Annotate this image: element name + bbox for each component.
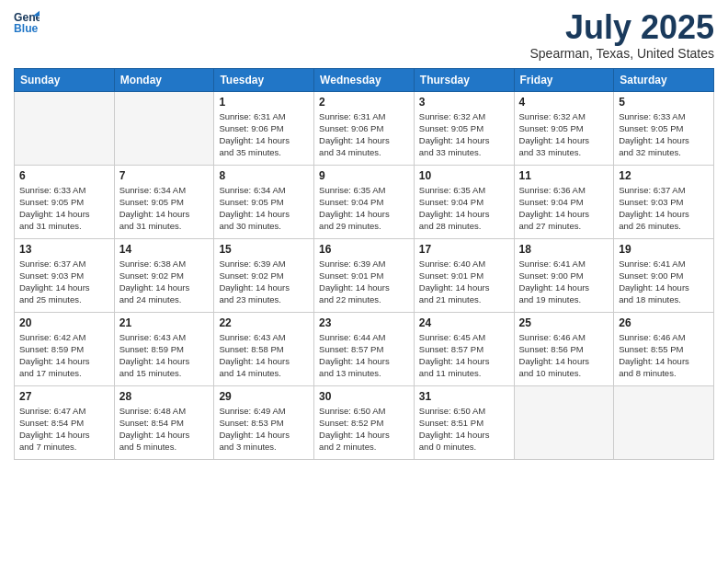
calendar-cell: 5Sunrise: 6:33 AM Sunset: 9:05 PM Daylig… xyxy=(614,91,714,165)
day-number: 5 xyxy=(619,96,709,109)
day-number: 25 xyxy=(519,316,609,329)
day-info: Sunrise: 6:41 AM Sunset: 9:00 PM Dayligh… xyxy=(619,258,709,306)
calendar-week-row: 27Sunrise: 6:47 AM Sunset: 8:54 PM Dayli… xyxy=(15,385,714,459)
weekday-header: Saturday xyxy=(614,68,714,91)
day-info: Sunrise: 6:32 AM Sunset: 9:05 PM Dayligh… xyxy=(519,110,609,159)
weekday-header: Sunday xyxy=(15,68,115,91)
calendar-cell: 8Sunrise: 6:34 AM Sunset: 9:05 PM Daylig… xyxy=(214,165,314,238)
day-info: Sunrise: 6:46 AM Sunset: 8:56 PM Dayligh… xyxy=(519,331,609,380)
calendar-cell: 13Sunrise: 6:37 AM Sunset: 9:03 PM Dayli… xyxy=(15,238,115,312)
day-info: Sunrise: 6:45 AM Sunset: 8:57 PM Dayligh… xyxy=(419,331,509,380)
day-info: Sunrise: 6:39 AM Sunset: 9:01 PM Dayligh… xyxy=(319,258,409,306)
calendar-cell: 26Sunrise: 6:46 AM Sunset: 8:55 PM Dayli… xyxy=(614,312,714,385)
weekday-header: Monday xyxy=(114,68,214,91)
day-number: 29 xyxy=(219,390,309,403)
calendar-cell: 30Sunrise: 6:50 AM Sunset: 8:52 PM Dayli… xyxy=(314,385,415,459)
logo-icon: General Blue xyxy=(14,9,40,35)
day-number: 30 xyxy=(319,390,409,403)
day-number: 17 xyxy=(419,243,509,256)
calendar-cell: 23Sunrise: 6:44 AM Sunset: 8:57 PM Dayli… xyxy=(314,312,415,385)
calendar-week-row: 1Sunrise: 6:31 AM Sunset: 9:06 PM Daylig… xyxy=(15,91,714,165)
day-number: 11 xyxy=(519,169,609,182)
calendar-cell: 6Sunrise: 6:33 AM Sunset: 9:05 PM Daylig… xyxy=(15,165,115,238)
day-number: 1 xyxy=(219,96,309,109)
calendar-week-row: 6Sunrise: 6:33 AM Sunset: 9:05 PM Daylig… xyxy=(15,165,714,238)
day-number: 10 xyxy=(419,169,509,182)
day-info: Sunrise: 6:44 AM Sunset: 8:57 PM Dayligh… xyxy=(319,331,409,380)
calendar-cell: 28Sunrise: 6:48 AM Sunset: 8:54 PM Dayli… xyxy=(114,385,214,459)
calendar-week-row: 20Sunrise: 6:42 AM Sunset: 8:59 PM Dayli… xyxy=(15,312,714,385)
day-info: Sunrise: 6:33 AM Sunset: 9:05 PM Dayligh… xyxy=(19,184,109,233)
day-number: 31 xyxy=(419,390,509,403)
calendar-cell: 31Sunrise: 6:50 AM Sunset: 8:51 PM Dayli… xyxy=(414,385,514,459)
weekday-header: Friday xyxy=(514,68,614,91)
day-number: 12 xyxy=(619,169,709,182)
day-info: Sunrise: 6:50 AM Sunset: 8:51 PM Dayligh… xyxy=(419,405,509,454)
day-info: Sunrise: 6:37 AM Sunset: 9:03 PM Dayligh… xyxy=(619,184,709,233)
day-number: 19 xyxy=(619,243,709,256)
day-info: Sunrise: 6:46 AM Sunset: 8:55 PM Dayligh… xyxy=(619,331,709,380)
calendar-cell: 25Sunrise: 6:46 AM Sunset: 8:56 PM Dayli… xyxy=(514,312,614,385)
weekday-header: Thursday xyxy=(414,68,514,91)
day-number: 24 xyxy=(419,316,509,329)
day-info: Sunrise: 6:47 AM Sunset: 8:54 PM Dayligh… xyxy=(19,405,109,454)
calendar-cell: 24Sunrise: 6:45 AM Sunset: 8:57 PM Dayli… xyxy=(414,312,514,385)
day-number: 28 xyxy=(119,390,210,403)
calendar-cell: 29Sunrise: 6:49 AM Sunset: 8:53 PM Dayli… xyxy=(214,385,314,459)
main-title: July 2025 xyxy=(529,9,714,46)
calendar-cell: 14Sunrise: 6:38 AM Sunset: 9:02 PM Dayli… xyxy=(114,238,214,312)
day-number: 4 xyxy=(519,96,609,109)
page-header: General Blue General Blue July 2025 Spea… xyxy=(14,9,714,61)
day-number: 13 xyxy=(19,243,109,256)
day-info: Sunrise: 6:34 AM Sunset: 9:05 PM Dayligh… xyxy=(119,184,210,233)
day-info: Sunrise: 6:38 AM Sunset: 9:02 PM Dayligh… xyxy=(119,258,210,306)
calendar-cell: 9Sunrise: 6:35 AM Sunset: 9:04 PM Daylig… xyxy=(314,165,415,238)
calendar-cell: 19Sunrise: 6:41 AM Sunset: 9:00 PM Dayli… xyxy=(614,238,714,312)
day-number: 27 xyxy=(19,390,109,403)
day-number: 26 xyxy=(619,316,709,329)
calendar-cell xyxy=(15,91,115,165)
day-info: Sunrise: 6:31 AM Sunset: 9:06 PM Dayligh… xyxy=(319,110,409,159)
day-number: 18 xyxy=(519,243,609,256)
day-number: 3 xyxy=(419,96,509,109)
day-info: Sunrise: 6:34 AM Sunset: 9:05 PM Dayligh… xyxy=(219,184,309,233)
day-number: 9 xyxy=(319,169,409,182)
day-info: Sunrise: 6:50 AM Sunset: 8:52 PM Dayligh… xyxy=(319,405,409,454)
day-number: 2 xyxy=(319,96,409,109)
weekday-header: Wednesday xyxy=(314,68,415,91)
day-info: Sunrise: 6:43 AM Sunset: 8:59 PM Dayligh… xyxy=(119,331,210,380)
day-info: Sunrise: 6:37 AM Sunset: 9:03 PM Dayligh… xyxy=(19,258,109,306)
calendar-cell: 16Sunrise: 6:39 AM Sunset: 9:01 PM Dayli… xyxy=(314,238,415,312)
day-info: Sunrise: 6:43 AM Sunset: 8:58 PM Dayligh… xyxy=(219,331,309,380)
calendar-cell: 7Sunrise: 6:34 AM Sunset: 9:05 PM Daylig… xyxy=(114,165,214,238)
calendar-cell: 4Sunrise: 6:32 AM Sunset: 9:05 PM Daylig… xyxy=(514,91,614,165)
calendar-table: SundayMondayTuesdayWednesdayThursdayFrid… xyxy=(14,68,714,460)
day-number: 7 xyxy=(119,169,210,182)
subtitle: Spearman, Texas, United States xyxy=(529,46,714,61)
day-info: Sunrise: 6:40 AM Sunset: 9:01 PM Dayligh… xyxy=(419,258,509,306)
calendar-cell: 11Sunrise: 6:36 AM Sunset: 9:04 PM Dayli… xyxy=(514,165,614,238)
calendar-cell: 18Sunrise: 6:41 AM Sunset: 9:00 PM Dayli… xyxy=(514,238,614,312)
calendar-cell: 2Sunrise: 6:31 AM Sunset: 9:06 PM Daylig… xyxy=(314,91,415,165)
day-number: 8 xyxy=(219,169,309,182)
calendar-cell: 17Sunrise: 6:40 AM Sunset: 9:01 PM Dayli… xyxy=(414,238,514,312)
day-info: Sunrise: 6:31 AM Sunset: 9:06 PM Dayligh… xyxy=(219,110,309,159)
day-info: Sunrise: 6:33 AM Sunset: 9:05 PM Dayligh… xyxy=(619,110,709,159)
calendar-cell: 12Sunrise: 6:37 AM Sunset: 9:03 PM Dayli… xyxy=(614,165,714,238)
title-block: July 2025 Spearman, Texas, United States xyxy=(529,9,714,61)
day-info: Sunrise: 6:39 AM Sunset: 9:02 PM Dayligh… xyxy=(219,258,309,306)
day-number: 14 xyxy=(119,243,210,256)
day-info: Sunrise: 6:41 AM Sunset: 9:00 PM Dayligh… xyxy=(519,258,609,306)
calendar-cell: 27Sunrise: 6:47 AM Sunset: 8:54 PM Dayli… xyxy=(15,385,115,459)
day-number: 6 xyxy=(19,169,109,182)
day-info: Sunrise: 6:32 AM Sunset: 9:05 PM Dayligh… xyxy=(419,110,509,159)
calendar-cell xyxy=(614,385,714,459)
day-info: Sunrise: 6:36 AM Sunset: 9:04 PM Dayligh… xyxy=(519,184,609,233)
weekday-header: Tuesday xyxy=(214,68,314,91)
day-info: Sunrise: 6:49 AM Sunset: 8:53 PM Dayligh… xyxy=(219,405,309,454)
day-number: 16 xyxy=(319,243,409,256)
day-number: 15 xyxy=(219,243,309,256)
calendar-cell: 1Sunrise: 6:31 AM Sunset: 9:06 PM Daylig… xyxy=(214,91,314,165)
day-number: 20 xyxy=(19,316,109,329)
day-info: Sunrise: 6:35 AM Sunset: 9:04 PM Dayligh… xyxy=(419,184,509,233)
